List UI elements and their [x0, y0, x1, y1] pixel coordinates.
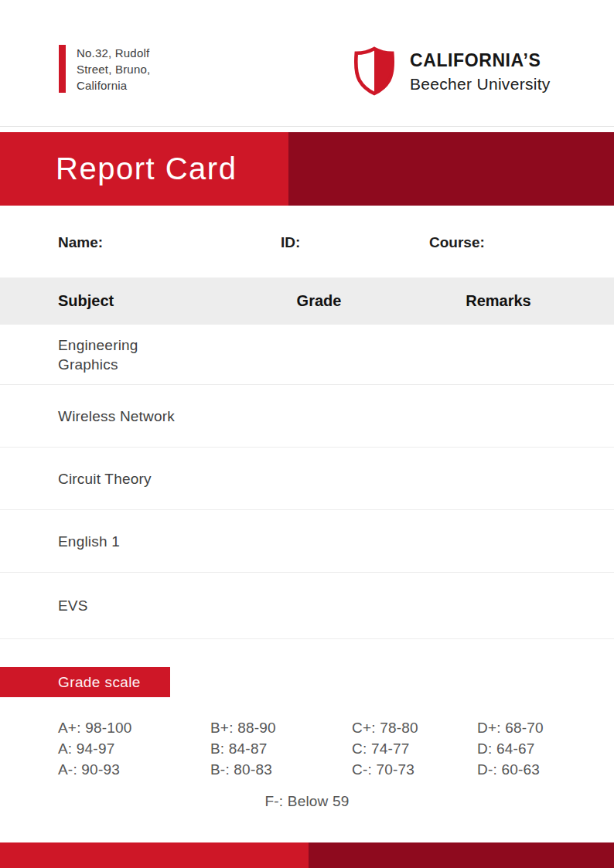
grade-scale-column-a: A+: 98-100 A: 94-97 A-: 90-93	[58, 717, 132, 780]
student-fields-row: Name: ID: Course:	[0, 234, 614, 254]
shield-icon	[352, 46, 397, 97]
grade-scale-entry: A: 94-97	[58, 738, 132, 759]
banner-accent-dark	[288, 132, 614, 206]
course-field: Course:	[429, 234, 578, 253]
university-logo-text: CALIFORNIA’S Beecher University	[410, 46, 551, 94]
grade-scale-entry: C+: 78-80	[352, 717, 418, 738]
report-card-banner: Report Card	[0, 132, 614, 206]
name-label: Name:	[58, 234, 103, 253]
footer-bar	[0, 842, 614, 868]
id-label: ID:	[281, 234, 300, 253]
grade-scale-footer: F-: Below 59	[0, 793, 614, 810]
table-row: EVS	[0, 573, 614, 639]
table-header-row: Subject Grade Remarks	[0, 277, 614, 325]
grade-scale-entry: A+: 98-100	[58, 717, 132, 738]
header-divider	[0, 126, 614, 127]
column-header-subject: Subject	[0, 292, 255, 310]
column-header-remarks: Remarks	[383, 292, 614, 310]
grades-table: Subject Grade Remarks Engineering Graphi…	[0, 277, 614, 639]
course-field-blank[interactable]	[485, 234, 578, 253]
grade-scale-entry: B-: 80-83	[210, 759, 276, 780]
university-logo: CALIFORNIA’S Beecher University	[352, 46, 551, 97]
university-subtitle: Beecher University	[410, 75, 551, 94]
grade-scale-title-bar: Grade scale	[0, 667, 170, 697]
grade-scale-column-c: C+: 78-80 C: 74-77 C-: 70-73	[352, 717, 418, 780]
grade-scale-column-b: B+: 88-90 B: 84-87 B-: 80-83	[210, 717, 276, 780]
grade-scale-entry: A-: 90-93	[58, 759, 132, 780]
table-row: Engineering Graphics	[0, 325, 614, 385]
subject-cell: Circuit Theory	[0, 469, 182, 488]
banner-accent-left: Report Card	[0, 132, 288, 206]
column-header-grade: Grade	[255, 292, 383, 310]
table-row: English 1	[0, 510, 614, 573]
address-text: No.32, Rudolf Street, Bruno, California	[77, 45, 150, 94]
footer-accent-left	[0, 842, 309, 868]
university-name: CALIFORNIA’S	[410, 50, 551, 71]
subject-cell: EVS	[0, 596, 182, 615]
grade-scale-entry: B+: 88-90	[210, 717, 276, 738]
grade-scale-entry: B: 84-87	[210, 738, 276, 759]
grade-scale-title: Grade scale	[58, 674, 141, 691]
name-field: Name:	[58, 234, 196, 253]
address-line: California	[77, 77, 150, 94]
address-line: No.32, Rudolf	[77, 45, 150, 61]
address-line: Street, Bruno,	[77, 61, 150, 77]
subject-cell: Engineering Graphics	[0, 335, 182, 374]
grade-scale-entry: C-: 70-73	[352, 759, 418, 780]
page-title: Report Card	[56, 151, 237, 186]
name-field-blank[interactable]	[103, 234, 196, 253]
id-field-blank[interactable]	[300, 234, 393, 253]
address-accent-bar	[59, 45, 66, 93]
id-field: ID:	[281, 234, 393, 253]
grade-scale-entry: C: 74-77	[352, 738, 418, 759]
table-row: Circuit Theory	[0, 448, 614, 510]
footer-accent-dark	[309, 842, 614, 868]
grade-scale-entry: D: 64-67	[477, 738, 544, 759]
subject-cell: English 1	[0, 532, 182, 551]
course-label: Course:	[429, 234, 485, 253]
address-block: No.32, Rudolf Street, Bruno, California	[59, 45, 150, 94]
grade-scale-entry: D-: 60-63	[477, 759, 544, 780]
grade-scale-column-d: D+: 68-70 D: 64-67 D-: 60-63	[477, 717, 544, 780]
subject-cell: Wireless Network	[0, 407, 182, 426]
grade-scale-entry: D+: 68-70	[477, 717, 544, 738]
table-row: Wireless Network	[0, 385, 614, 448]
